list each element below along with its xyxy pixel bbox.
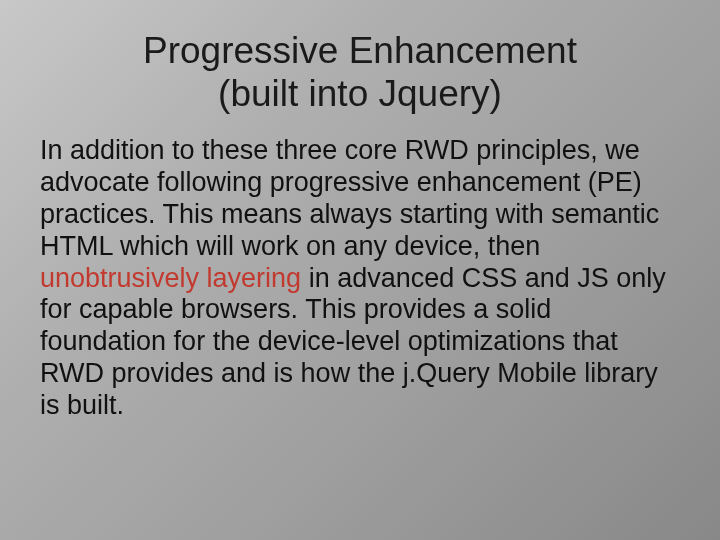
body-highlight: unobtrusively layering (40, 263, 301, 293)
slide-title: Progressive Enhancement (built into Jque… (40, 30, 680, 115)
slide-container: Progressive Enhancement (built into Jque… (0, 0, 720, 540)
title-line-1: Progressive Enhancement (143, 30, 577, 71)
slide-body: In addition to these three core RWD prin… (40, 135, 680, 422)
title-line-2: (built into Jquery) (218, 73, 502, 114)
body-part-1: In addition to these three core RWD prin… (40, 135, 659, 261)
